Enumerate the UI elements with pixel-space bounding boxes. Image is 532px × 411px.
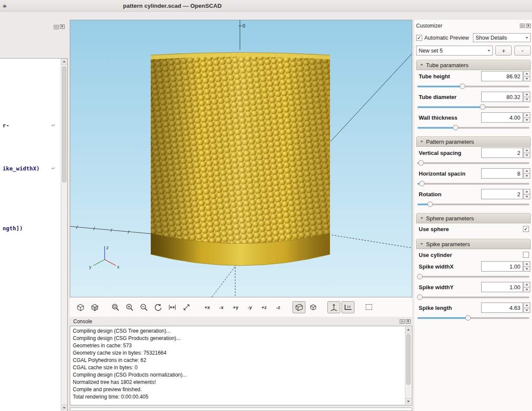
code-line: ngth]) — [3, 225, 23, 232]
editor-scrollbar[interactable] — [61, 59, 67, 411]
show-axes-button[interactable] — [327, 301, 340, 313]
automatic-preview-checkbox[interactable]: ✓ — [416, 35, 422, 41]
scrollbar-thumb[interactable] — [62, 66, 66, 182]
console-log[interactable]: Compiling design (CSG Tree generation)..… — [70, 326, 412, 405]
view-minus-y-button[interactable]: -y — [243, 301, 256, 313]
section-sphere-parameters[interactable]: Sphere parameters — [416, 213, 531, 223]
scroll-down-icon[interactable] — [61, 405, 67, 411]
view-minus-z-button[interactable]: -z — [272, 301, 285, 313]
param-label: Spike length — [419, 305, 481, 311]
collapse-icon — [420, 64, 423, 66]
spin-down-button[interactable] — [523, 153, 530, 158]
horizontal-spacing-input[interactable]: 8 — [481, 168, 530, 179]
spin-down-button[interactable] — [523, 174, 530, 179]
param-label: Wall thickness — [419, 114, 481, 121]
slider-handle[interactable] — [417, 294, 423, 300]
close-panel-icon[interactable]: × — [60, 25, 65, 29]
spike-widthx-input[interactable]: 1.00 — [481, 261, 530, 272]
show-scale-markers-button[interactable]: 10 — [342, 301, 355, 313]
spin-down-button[interactable] — [523, 287, 530, 293]
spike-widthy-input[interactable]: 1.00 — [481, 282, 530, 292]
scale-markers-icon: 10 — [345, 305, 352, 310]
render-button[interactable] — [88, 301, 101, 313]
slider-handle[interactable] — [460, 83, 465, 89]
orthographic-button[interactable] — [307, 301, 320, 313]
vertical-spacing-slider[interactable] — [417, 159, 529, 167]
preview-button[interactable] — [74, 301, 87, 313]
editor-area[interactable]: r- ike_widthX) ngth]) ↵ ↵ — [0, 58, 68, 411]
spin-up-button[interactable] — [523, 303, 530, 308]
scroll-down-icon[interactable] — [405, 398, 411, 405]
view-all-button[interactable] — [166, 301, 179, 313]
perspective-button[interactable] — [292, 301, 305, 313]
spin-up-button[interactable] — [523, 189, 530, 195]
spin-up-button[interactable] — [523, 261, 530, 267]
rotation-input[interactable]: 2 — [481, 189, 530, 199]
spin-down-button[interactable] — [523, 267, 530, 272]
slider-handle[interactable] — [418, 160, 424, 166]
spin-down-button[interactable] — [523, 195, 530, 200]
3d-viewport[interactable]: 0 z y x — [70, 20, 412, 297]
wall-thickness-input[interactable]: 4.00 — [481, 112, 530, 123]
diagonal-view-button[interactable] — [180, 301, 193, 313]
spin-up-button[interactable] — [523, 112, 530, 118]
vertical-spacing-input[interactable]: 2 — [481, 148, 530, 158]
spin-up-button[interactable] — [523, 92, 530, 97]
spin-down-button[interactable] — [523, 118, 530, 123]
tube-height-slider[interactable] — [417, 82, 529, 91]
slider-handle[interactable] — [453, 125, 458, 130]
rotation-slider[interactable] — [417, 200, 529, 209]
view-minus-x-button[interactable]: -x — [215, 301, 228, 313]
spin-up-button[interactable] — [523, 282, 530, 287]
use-sphere-checkbox[interactable]: ✓ — [523, 226, 529, 232]
remove-preset-button[interactable]: - — [514, 46, 531, 56]
reset-view-button[interactable] — [152, 301, 165, 313]
slider-handle[interactable] — [480, 104, 485, 110]
zoom-out-button[interactable] — [137, 301, 150, 313]
spike-widthx-slider[interactable] — [417, 272, 529, 281]
undock-customizer-icon[interactable] — [520, 24, 525, 28]
add-preset-button[interactable]: + — [495, 46, 512, 56]
close-customizer-icon[interactable]: × — [526, 24, 531, 28]
section-tube-parameters[interactable]: Tube paramaters — [416, 60, 531, 70]
console-line: Normalized tree has 1802 elements! — [73, 379, 403, 386]
use-cylinder-checkbox[interactable] — [523, 252, 529, 258]
tube-height-input[interactable]: 86.92 — [481, 71, 530, 81]
collapse-icon — [420, 141, 423, 142]
view-plus-y-button[interactable]: +y — [229, 301, 242, 313]
slider-handle[interactable] — [419, 181, 425, 186]
preset-dropdown[interactable]: New set 5 — [416, 46, 493, 56]
scroll-up-icon[interactable] — [405, 327, 411, 333]
section-pattern-parameters[interactable]: Pattern parameters — [416, 136, 531, 147]
view-plus-x-button[interactable]: +x — [201, 301, 214, 313]
view-all-dashed-button[interactable] — [362, 301, 375, 313]
spin-up-button[interactable] — [523, 168, 530, 174]
spin-down-button[interactable] — [523, 77, 530, 82]
slider-handle[interactable] — [427, 201, 433, 207]
close-console-icon[interactable]: × — [406, 319, 411, 324]
zoom-all-button[interactable] — [109, 301, 122, 313]
wall-thickness-slider[interactable] — [417, 124, 529, 132]
horizontal-spacing-slider[interactable] — [417, 179, 529, 188]
zoom-in-button[interactable] — [123, 301, 136, 313]
section-spike-parameters[interactable]: Spike parameters — [416, 239, 531, 249]
spike-length-slider[interactable] — [417, 314, 529, 322]
spike-widthy-slider[interactable] — [417, 293, 529, 302]
spin-down-button[interactable] — [523, 97, 530, 102]
tube-diameter-slider[interactable] — [417, 103, 529, 111]
slider-handle[interactable] — [417, 274, 423, 279]
scrollbar-thumb[interactable] — [406, 334, 411, 385]
console-scrollbar[interactable] — [405, 327, 411, 405]
spin-down-button[interactable] — [523, 308, 530, 313]
undock-console-icon[interactable] — [400, 319, 404, 324]
spin-up-button[interactable] — [523, 148, 530, 153]
view-plus-z-button[interactable]: +z — [258, 301, 271, 313]
scroll-up-icon[interactable] — [61, 59, 67, 65]
close-button[interactable]: × — [0, 0, 9, 11]
spin-up-button[interactable] — [523, 71, 530, 77]
details-dropdown[interactable]: Show Details — [473, 33, 531, 42]
spike-length-input[interactable]: 4.63 — [481, 303, 530, 313]
tube-diameter-input[interactable]: 80.32 — [481, 92, 530, 102]
undock-icon[interactable] — [54, 25, 59, 29]
slider-handle[interactable] — [465, 315, 471, 321]
